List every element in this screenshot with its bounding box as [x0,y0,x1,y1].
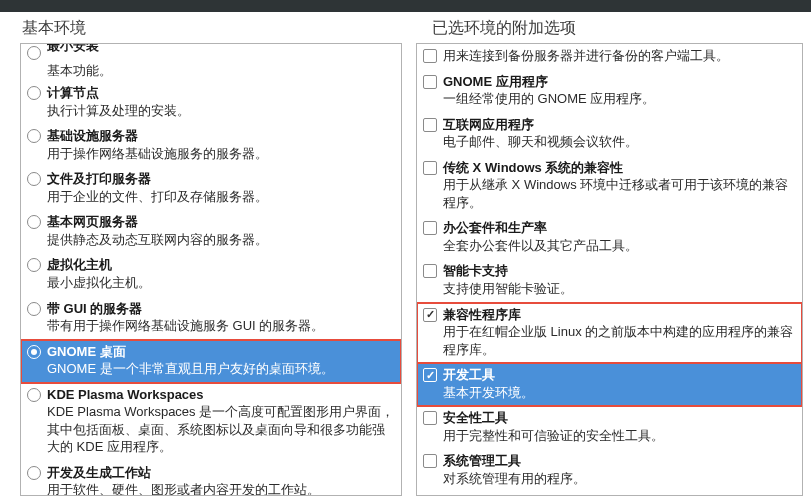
env-option[interactable]: GNOME 桌面GNOME 是一个非常直观且用户友好的桌面环境。 [21,340,401,383]
addon-option[interactable]: 系统管理工具对系统管理有用的程序。 [417,449,802,492]
option-desc: 用于软件、硬件、图形或者内容开发的工作站。 [47,481,395,496]
option-desc: 一组经常使用的 GNOME 应用程序。 [443,90,796,108]
option-title: KDE Plasma Workspaces [47,386,395,404]
checkbox-icon[interactable] [423,75,437,89]
base-env-list: 最小安装基本功能。计算节点执行计算及处理的安装。基础设施服务器用于操作网络基础设… [20,43,402,496]
option-title: 传统 X Windows 系统的兼容性 [443,159,796,177]
radio-icon[interactable] [27,302,41,316]
option-title: 计算节点 [47,84,395,102]
option-title: GNOME 应用程序 [443,73,796,91]
addon-option[interactable]: 互联网应用程序电子邮件、聊天和视频会议软件。 [417,113,802,156]
checkbox-icon[interactable] [423,308,437,322]
radio-icon[interactable] [27,258,41,272]
radio-icon[interactable] [27,388,41,402]
radio-icon[interactable] [27,215,41,229]
option-desc: 用于完整性和可信验证的安全性工具。 [443,427,796,445]
option-desc: 全套办公套件以及其它产品工具。 [443,237,796,255]
env-option[interactable]: 文件及打印服务器用于企业的文件、打印及存储服务器。 [21,167,401,210]
option-title: 开发工具 [443,366,796,384]
option-desc: 执行计算及处理的安装。 [47,102,395,120]
option-desc: 最小虚拟化主机。 [47,274,395,292]
option-title: 虚拟化主机 [47,256,395,274]
option-desc: 基本功能。 [47,62,395,80]
right-heading: 已选环境的附加选项 [410,12,811,43]
option-desc: 基本开发环境。 [443,384,796,402]
addon-option[interactable]: 开发工具基本开发环境。 [417,363,802,406]
checkbox-icon[interactable] [423,118,437,132]
env-option[interactable]: 虚拟化主机最小虚拟化主机。 [21,253,401,296]
option-title: GNOME 桌面 [47,343,395,361]
option-title: 带 GUI 的服务器 [47,300,395,318]
radio-icon[interactable] [27,46,41,60]
option-title: 基础设施服务器 [47,127,395,145]
env-option[interactable]: 计算节点执行计算及处理的安装。 [21,81,401,124]
option-desc: 用于操作网络基础设施服务的服务器。 [47,145,395,163]
option-desc: KDE Plasma Workspaces 是一个高度可配置图形用户界面，其中包… [47,403,395,456]
env-option[interactable]: 开发及生成工作站用于软件、硬件、图形或者内容开发的工作站。 [21,461,401,496]
checkbox-icon[interactable] [423,221,437,235]
option-desc: 支持使用智能卡验证。 [443,280,796,298]
checkbox-icon[interactable] [423,264,437,278]
option-desc: GNOME 是一个非常直观且用户友好的桌面环境。 [47,360,395,378]
addon-option[interactable]: 智能卡支持支持使用智能卡验证。 [417,259,802,302]
option-desc: 电子邮件、聊天和视频会议软件。 [443,133,796,151]
option-title: 安全性工具 [443,409,796,427]
option-desc: 带有用于操作网络基础设施服务 GUI 的服务器。 [47,317,395,335]
checkbox-icon[interactable] [423,368,437,382]
option-desc: 用于企业的文件、打印及存储服务器。 [47,188,395,206]
option-desc: 用于在红帽企业版 Linux 的之前版本中构建的应用程序的兼容程序库。 [443,323,796,358]
addon-option[interactable]: 用来连接到备份服务器并进行备份的客户端工具。 [417,44,802,70]
option-title: 智能卡支持 [443,262,796,280]
option-title: 文件及打印服务器 [47,170,395,188]
option-title: 互联网应用程序 [443,116,796,134]
checkbox-icon[interactable] [423,454,437,468]
env-option[interactable]: 基本网页服务器提供静态及动态互联网内容的服务器。 [21,210,401,253]
addon-option[interactable]: 传统 X Windows 系统的兼容性用于从继承 X Windows 环境中迁移… [417,156,802,217]
left-heading: 基本环境 [0,12,404,43]
addon-list: 用来连接到备份服务器并进行备份的客户端工具。GNOME 应用程序一组经常使用的 … [416,43,803,496]
radio-icon[interactable] [27,466,41,480]
addon-option[interactable]: 兼容性程序库用于在红帽企业版 Linux 的之前版本中构建的应用程序的兼容程序库… [417,303,802,364]
radio-icon[interactable] [27,86,41,100]
checkbox-icon[interactable] [423,411,437,425]
addon-option[interactable]: 办公套件和生产率全套办公套件以及其它产品工具。 [417,216,802,259]
option-title: 基本网页服务器 [47,213,395,231]
checkbox-icon[interactable] [423,49,437,63]
option-title: 兼容性程序库 [443,306,796,324]
option-title: 系统管理工具 [443,452,796,470]
option-desc: 对系统管理有用的程序。 [443,470,796,488]
addon-option[interactable]: 安全性工具用于完整性和可信验证的安全性工具。 [417,406,802,449]
addon-option[interactable]: GNOME 应用程序一组经常使用的 GNOME 应用程序。 [417,70,802,113]
env-option[interactable]: 带 GUI 的服务器带有用于操作网络基础设施服务 GUI 的服务器。 [21,297,401,340]
option-desc: 用于从继承 X Windows 环境中迁移或者可用于该环境的兼容程序。 [443,176,796,211]
option-title: 最小安装 [47,43,395,55]
radio-icon[interactable] [27,345,41,359]
radio-icon[interactable] [27,129,41,143]
env-option[interactable]: 最小安装基本功能。 [21,44,401,81]
option-title: 办公套件和生产率 [443,219,796,237]
radio-icon[interactable] [27,172,41,186]
option-title: 开发及生成工作站 [47,464,395,482]
checkbox-icon[interactable] [423,161,437,175]
window-titlebar [0,0,811,12]
env-option[interactable]: 基础设施服务器用于操作网络基础设施服务的服务器。 [21,124,401,167]
env-option[interactable]: KDE Plasma WorkspacesKDE Plasma Workspac… [21,383,401,461]
option-desc: 提供静态及动态互联网内容的服务器。 [47,231,395,249]
option-desc: 用来连接到备份服务器并进行备份的客户端工具。 [443,47,796,65]
